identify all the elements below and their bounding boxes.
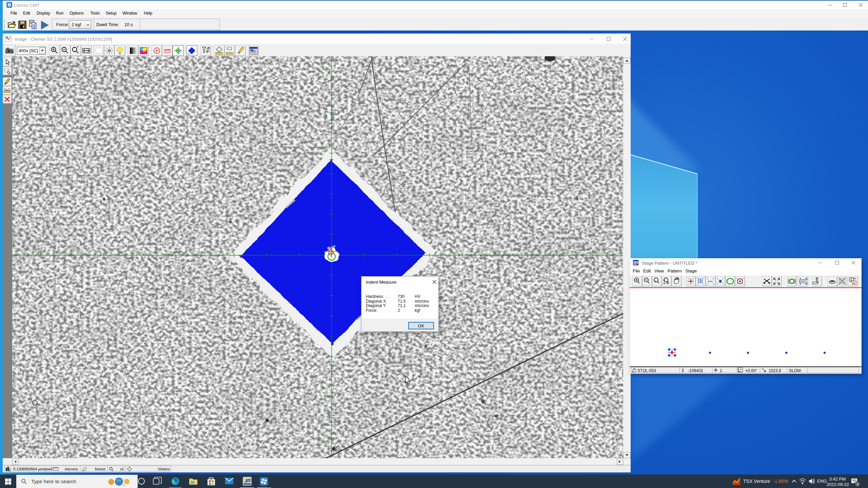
svg-text:400x [SC]: 400x [SC] [19,48,38,53]
svg-text:27: 27 [245,478,250,483]
svg-text:1: 1 [857,482,859,486]
svg-text:-1.65%: -1.65% [773,479,788,484]
svg-text:ENG: ENG [817,479,827,484]
svg-text:3:42 PM: 3:42 PM [829,476,846,482]
svg-text:2022-09-22: 2022-09-22 [827,482,849,487]
svg-text:TSX Venture: TSX Venture [743,479,770,484]
svg-text:S: S [853,282,855,285]
